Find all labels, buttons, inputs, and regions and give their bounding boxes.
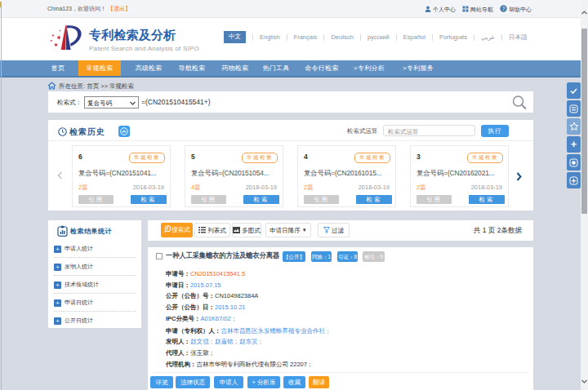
svg-text:?: ? <box>502 6 506 11</box>
